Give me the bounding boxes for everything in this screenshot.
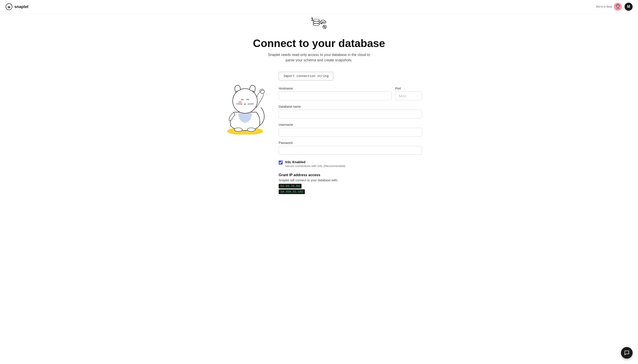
cat-illustration bbox=[216, 72, 274, 136]
hostname-port-row: Hostname Port bbox=[279, 87, 422, 100]
database-name-label: Database name bbox=[279, 105, 422, 108]
hostname-label: Hostname bbox=[279, 87, 392, 90]
svg-point-25 bbox=[238, 101, 242, 103]
port-group: Port bbox=[395, 87, 422, 100]
logo-icon bbox=[5, 3, 13, 10]
password-label: Password bbox=[279, 141, 422, 144]
main-content: 1 Connect to your database Snaplet needs… bbox=[0, 0, 638, 364]
logo[interactable]: snaplet bbox=[5, 3, 29, 10]
avatar-letter: M bbox=[627, 5, 630, 9]
grant-ip-title: Grant IP address access bbox=[279, 173, 422, 177]
svg-point-10 bbox=[313, 24, 319, 26]
password-input[interactable] bbox=[279, 146, 422, 155]
svg-point-13 bbox=[323, 21, 326, 23]
username-input[interactable] bbox=[279, 128, 422, 136]
ssl-description: Secure connections with SSL (Recommended… bbox=[285, 164, 345, 168]
chat-icon bbox=[624, 350, 629, 356]
svg-point-24 bbox=[233, 89, 257, 113]
ssl-text-group: SSL Enabled Secure connections with SSL … bbox=[285, 160, 345, 168]
page-description: Snaplet needs read-only access to your d… bbox=[268, 52, 370, 63]
content-area: Import connection string Hostname Port D… bbox=[207, 72, 431, 194]
chat-button[interactable] bbox=[621, 347, 633, 359]
ssl-label: SSL Enabled bbox=[285, 160, 345, 164]
ip-address-1: 54.93.75.84 bbox=[279, 184, 302, 188]
logo-text: snaplet bbox=[14, 4, 29, 9]
svg-point-31 bbox=[234, 128, 242, 132]
beta-icon bbox=[614, 3, 622, 11]
import-connection-string-button[interactable]: Import connection string bbox=[279, 72, 333, 80]
username-group: Username bbox=[279, 123, 422, 136]
svg-point-1 bbox=[8, 7, 10, 8]
svg-line-19 bbox=[323, 26, 326, 28]
password-group-wrapper: Password bbox=[279, 141, 422, 155]
username-group-wrapper: Username bbox=[279, 123, 422, 136]
beta-badge: We're in Beta bbox=[596, 3, 622, 11]
page-icon: 1 bbox=[310, 16, 328, 34]
svg-point-26 bbox=[244, 103, 246, 104]
app-header: snaplet We're in Beta M bbox=[0, 0, 638, 14]
password-group: Password bbox=[279, 141, 422, 155]
svg-point-2 bbox=[614, 3, 622, 11]
header-right: We're in Beta M bbox=[596, 3, 633, 11]
svg-point-11 bbox=[313, 21, 319, 24]
hostname-group: Hostname bbox=[279, 87, 392, 100]
form-area: Import connection string Hostname Port D… bbox=[279, 72, 422, 194]
user-avatar[interactable]: M bbox=[624, 3, 633, 11]
step-number: 1 bbox=[311, 16, 313, 22]
hostname-input[interactable] bbox=[279, 92, 392, 100]
svg-point-0 bbox=[6, 4, 12, 10]
grant-ip-section: Grant IP address access Snaplet will con… bbox=[279, 173, 422, 194]
database-name-group-wrapper: Database name bbox=[279, 105, 422, 118]
svg-point-32 bbox=[247, 128, 255, 132]
ip-address-2: 18.358.31.101 bbox=[279, 190, 305, 194]
database-name-input[interactable] bbox=[279, 110, 422, 118]
ssl-section: SSL Enabled Secure connections with SSL … bbox=[279, 160, 422, 168]
username-label: Username bbox=[279, 123, 422, 126]
svg-point-6 bbox=[313, 19, 319, 21]
page-title: Connect to your database bbox=[253, 37, 385, 50]
port-input[interactable] bbox=[395, 92, 422, 100]
ssl-checkbox[interactable] bbox=[279, 160, 283, 164]
database-name-group: Database name bbox=[279, 105, 422, 118]
beta-text: We're in Beta bbox=[596, 5, 612, 8]
svg-point-23 bbox=[261, 89, 263, 91]
grant-ip-description: Snaplet will connect to your database wi… bbox=[279, 178, 422, 182]
port-label: Port bbox=[395, 87, 422, 90]
